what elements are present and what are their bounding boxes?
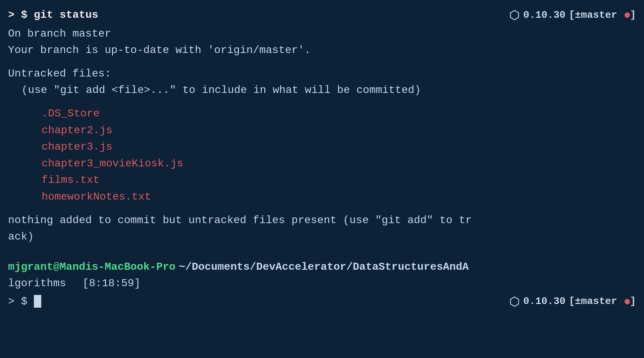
path: ~/Documents/DevAccelerator/DataStructure… [179,259,469,275]
top-bar: > $ git status 0.10.30 [±master ] [8,7,636,23]
red-dot-top [625,12,630,18]
file-chapter2: chapter2.js [8,122,636,139]
prompt-arrow: > [8,9,21,21]
hex-icon [509,10,520,20]
bottom-prompt[interactable]: > $ [8,293,41,310]
timestamp: [8:18:59] [83,277,141,290]
user-path-line: mjgrant@Mandis-MacBook-Pro ~/Documents/D… [8,259,636,275]
version-badge: 0.10.30 [±master ] [509,7,636,23]
command-text: $ git status [21,9,98,21]
branch-badge-bottom: [±master ] [569,294,636,309]
gap2 [8,99,636,105]
bottom-bar: > $ 0.10.30 [±master ] [8,293,636,310]
gap3 [8,205,636,212]
file-chapter3: chapter3.js [8,139,636,155]
nothing-added-line1: nothing added to commit but untracked fi… [8,212,636,229]
gap1 [8,59,636,65]
file-homeworknotes: homeworkNotes.txt [8,189,636,205]
up-to-date-line: Your branch is up-to-date with 'origin/m… [8,42,636,59]
red-dot-bottom [625,299,630,304]
cursor [34,295,41,308]
svg-marker-0 [511,10,519,20]
file-chapter3-moviekiosk: chapter3_movieKiosk.js [8,155,636,172]
git-command: > $ git status [8,7,98,23]
untracked-header: Untracked files: [8,65,636,82]
on-branch-line: On branch master [8,25,636,42]
svg-marker-1 [511,297,519,306]
bottom-version-number: 0.10.30 [523,294,566,309]
username: mjgrant@Mandis-MacBook-Pro [8,259,175,275]
branch-badge-top: [±master ] [569,7,636,23]
bottom-version-badge: 0.10.30 [±master ] [509,294,636,309]
terminal: > $ git status 0.10.30 [±master ] On bra… [0,0,644,358]
prompt-text: > $ [8,295,28,308]
file-ds-store: .DS_Store [8,105,636,122]
nothing-added-line2: ack) [8,228,636,245]
gap4 [8,245,636,252]
file-films: films.txt [8,172,636,189]
hint-line: (use "git add <file>..." to include in w… [8,82,636,99]
path-line2: lgorithms [8:18:59] [8,275,141,292]
hex-icon-bottom [509,296,520,307]
version-number: 0.10.30 [523,7,566,23]
bottom-prompt-area: mjgrant@Mandis-MacBook-Pro ~/Documents/D… [8,259,636,310]
